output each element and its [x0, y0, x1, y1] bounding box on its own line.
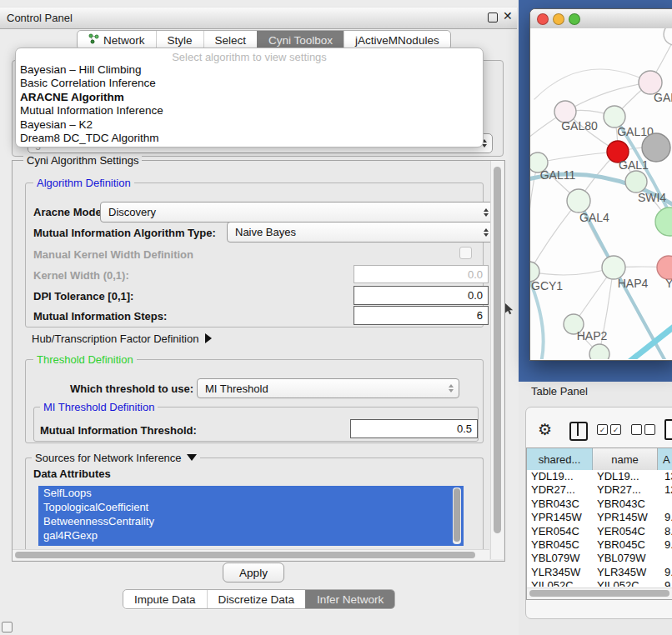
document-icon[interactable]	[664, 419, 672, 440]
network-node[interactable]	[642, 133, 670, 162]
column-header-a[interactable]: A	[658, 448, 672, 470]
tab-infer-network[interactable]: Infer Network	[305, 590, 394, 608]
algorithm-option-aracne-algorithm[interactable]: ARACNE Algorithm	[16, 91, 483, 104]
hub-definition-expander[interactable]: Hub/Transcription Factor Definition	[32, 332, 212, 345]
checked-checkbox-icon[interactable]: ✓	[610, 424, 621, 435]
network-node-hap4[interactable]	[602, 256, 625, 279]
dpi-tolerance-field[interactable]: 0.0	[354, 286, 489, 305]
tab-label: jActiveMNodules	[355, 34, 439, 47]
expand-right-icon	[205, 333, 212, 343]
gear-icon[interactable]: ⚙	[538, 420, 552, 438]
network-graph: GALGAL80GAL10GAL1GAL11SWI4GAL4HAP4YGCY1H…	[530, 28, 672, 359]
mi-steps-field[interactable]: 6	[354, 306, 489, 325]
dpi-tolerance-value: 0.0	[468, 289, 483, 302]
table-row[interactable]: YIL052CYIL052C9	[527, 579, 672, 587]
collapse-down-icon	[187, 454, 197, 461]
node-label: HAP2	[577, 329, 608, 342]
table-cell: 9.	[664, 566, 672, 578]
network-view-window[interactable]: GALGAL80GAL10GAL1GAL11SWI4GAL4HAP4YGCY1H…	[529, 8, 672, 361]
tab-impute-data[interactable]: Impute Data	[123, 590, 207, 608]
data-attributes-list[interactable]: SelfLoopsTopologicalCoefficientBetweenne…	[38, 486, 464, 546]
network-node[interactable]	[664, 28, 672, 45]
network-window-titlebar[interactable]	[530, 9, 672, 29]
table-cell: YER054C	[531, 525, 592, 538]
mi-threshold-field[interactable]: 0.5	[350, 419, 478, 438]
minimize-traffic-light-icon[interactable]	[553, 13, 564, 25]
table-cell: YPR145W	[531, 511, 592, 523]
network-node-gal4[interactable]	[567, 189, 590, 212]
close-icon[interactable]: ✕	[503, 9, 513, 22]
attribute-item[interactable]: gal4RGexp	[38, 528, 464, 542]
settings-horizontal-scrollbar[interactable]	[13, 549, 489, 560]
attribute-item[interactable]: SelfLoops	[38, 486, 464, 500]
table-row[interactable]: YER054CYER054C8.	[527, 525, 672, 538]
unchecked-checkbox-icon[interactable]	[631, 424, 642, 435]
data-attributes-label: Data Attributes	[33, 468, 111, 480]
attribute-item[interactable]: BetweennessCentrality	[38, 514, 464, 528]
tab-discretize-data[interactable]: Discretize Data	[207, 590, 306, 608]
kernel-width-value: 0.0	[468, 268, 483, 281]
dpi-tolerance-label: DPI Tolerance [0,1]:	[33, 290, 133, 302]
algorithm-option-basic-correlation-inference[interactable]: Basic Correlation Inference	[16, 77, 483, 90]
control-panel-titlebar[interactable]: Control Panel ✕	[0, 7, 517, 29]
minimized-panel-icon[interactable]	[2, 622, 13, 632]
kernel-width-field[interactable]: 0.0	[354, 265, 489, 283]
table-row[interactable]: YPR145WYPR145W9.	[527, 511, 672, 524]
table-row[interactable]: YDR27...YDR27...12	[527, 483, 672, 497]
network-node-swi4[interactable]	[625, 171, 647, 192]
table-cell: YDR27...	[531, 483, 592, 496]
tab-jactivemnodules[interactable]: jActiveMNodules	[344, 31, 450, 49]
kernel-width-label: Kernel Width (0,1):	[33, 269, 129, 282]
table-horizontal-scrollbar[interactable]	[527, 588, 672, 599]
network-edge	[565, 82, 650, 112]
tab-label: Style	[168, 34, 193, 47]
settings-vertical-scrollbar[interactable]	[490, 161, 504, 559]
column-header-name[interactable]: name	[593, 448, 658, 470]
float-window-icon[interactable]	[488, 12, 498, 22]
node-label: GAL4	[579, 211, 609, 224]
zoom-traffic-light-icon[interactable]	[569, 13, 580, 25]
mi-type-combo[interactable]: Naive Bayes	[227, 222, 494, 242]
attr-list-scrollbar[interactable]	[453, 488, 461, 544]
table-row[interactable]: YBR043CYBR043C	[527, 498, 672, 511]
checked-checkbox-icon[interactable]: ✓	[597, 424, 608, 435]
table-body: YDL19...YDL19...13YDR27...YDR27...12YBR0…	[527, 470, 672, 587]
tab-cyni-toolbox[interactable]: Cyni Toolbox	[257, 31, 344, 49]
table-cell: YER054C	[597, 525, 657, 538]
columns-icon[interactable]	[569, 422, 588, 441]
tab-select[interactable]: Select	[203, 31, 258, 49]
control-panel-title: Control Panel	[7, 12, 73, 24]
algorithm-option-bayesian-k2[interactable]: Bayesian – K2	[16, 118, 483, 132]
tab-network[interactable]: Network	[78, 31, 156, 49]
table-cell: 12	[664, 483, 672, 496]
algorithm-option-bayesian-hill-climbing[interactable]: Bayesian – Hill Climbing	[16, 63, 483, 77]
table-row[interactable]: YBR045CYBR045C9.	[527, 538, 672, 552]
node-label: HAP4	[618, 277, 649, 290]
table-cell: 8.	[664, 525, 672, 538]
algorithm-option-dream8-dc-tdc-algorithm[interactable]: Dream8 DC_TDC Algorithm	[16, 132, 483, 145]
unchecked-checkbox-icon[interactable]	[644, 424, 655, 435]
algorithm-dropdown-placeholder: Select algorithm to view settings	[16, 48, 483, 63]
column-header-shared[interactable]: shared...	[527, 448, 593, 470]
network-node-y[interactable]	[657, 256, 672, 279]
aracne-mode-combo[interactable]: Discovery	[100, 202, 494, 222]
combo-stepper-icon	[484, 228, 489, 237]
algorithm-option-mutual-information-inference[interactable]: Mutual Information Inference	[16, 104, 483, 118]
close-traffic-light-icon[interactable]	[537, 13, 549, 25]
network-node[interactable]	[655, 208, 672, 236]
apply-button[interactable]: Apply	[223, 562, 284, 582]
table-cell: YDR27...	[597, 483, 657, 496]
tab-style[interactable]: Style	[156, 31, 203, 49]
table-row[interactable]: YDL19...YDL19...13	[527, 470, 672, 483]
table-row[interactable]: YLR345WYLR345W9.	[527, 566, 672, 579]
node-label: GAL	[654, 91, 672, 104]
sources-legend[interactable]: Sources for Network Inference	[32, 452, 200, 464]
table-row[interactable]: YBL079WYBL079W	[527, 552, 672, 565]
network-canvas[interactable]: GALGAL80GAL10GAL1GAL11SWI4GAL4HAP4YGCY1H…	[530, 28, 672, 359]
table-cell: YPR145W	[597, 511, 657, 523]
tab-label: Select	[215, 34, 247, 47]
which-threshold-combo[interactable]: MI Threshold	[197, 378, 459, 398]
manual-kernel-checkbox[interactable]	[459, 247, 472, 259]
attribute-item[interactable]: TopologicalCoefficient	[38, 500, 464, 514]
network-node[interactable]	[589, 344, 609, 359]
